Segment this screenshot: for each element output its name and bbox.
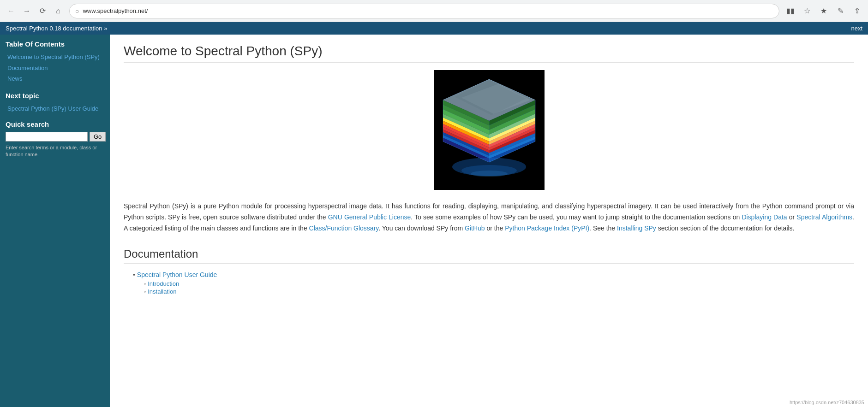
installing-spy-link[interactable]: Installing SPy xyxy=(617,224,656,232)
sidebar: Table Of Contents Welcome to Spectral Py… xyxy=(0,35,110,407)
search-section-title: Quick search xyxy=(4,120,106,128)
toc-title: Table Of Contents xyxy=(4,40,106,48)
glossary-link[interactable]: Class/Function Glossary xyxy=(309,224,379,232)
doc-sublist-item-intro: Introduction xyxy=(144,280,854,287)
next-label: next xyxy=(851,25,862,32)
status-hint: https://blog.csdn.net/z704630835 xyxy=(790,400,864,405)
site-title: Spectral Python 0.18 documentation » xyxy=(6,25,107,32)
content-area: Welcome to Spectral Python (SPy) xyxy=(110,35,868,407)
intro-paragraph: Spectral Python (SPy) is a pure Python m… xyxy=(124,201,854,234)
installation-link[interactable]: Installation xyxy=(148,288,176,295)
sidebar-link-welcome[interactable]: Welcome to Spectral Python (SPy) xyxy=(4,52,106,63)
doc-sublist-item-install: Installation xyxy=(144,288,854,295)
main-layout: Table Of Contents Welcome to Spectral Py… xyxy=(0,35,868,407)
reload-button[interactable]: ⟳ xyxy=(36,5,49,18)
forward-button[interactable]: → xyxy=(20,5,33,18)
pen-icon[interactable]: ✎ xyxy=(834,5,847,18)
tab-view-icon[interactable]: ▮▮ xyxy=(784,5,797,18)
svg-point-34 xyxy=(471,171,508,177)
home-button[interactable]: ⌂ xyxy=(52,5,65,18)
spectral-algorithms-link[interactable]: Spectral Algorithms xyxy=(796,213,852,221)
bookmark-star-icon[interactable]: ☆ xyxy=(801,5,814,18)
browser-chrome: ← → ⟳ ⌂ ○ ▮▮ ☆ ★ ✎ ⇪ xyxy=(0,0,868,22)
pypi-link[interactable]: Python Package Index (PyPI) xyxy=(505,224,589,232)
search-go-button[interactable]: Go xyxy=(90,132,106,142)
sidebar-next-link[interactable]: Spectral Python (SPy) User Guide xyxy=(4,103,106,114)
hero-image xyxy=(434,70,545,190)
sidebar-divider xyxy=(4,84,106,90)
page-title: Welcome to Spectral Python (SPy) xyxy=(124,44,854,63)
github-link[interactable]: GitHub xyxy=(465,224,485,232)
search-input[interactable] xyxy=(6,132,88,142)
share-icon[interactable]: ⇪ xyxy=(850,5,863,18)
sidebar-link-news[interactable]: News xyxy=(4,73,106,84)
back-button[interactable]: ← xyxy=(5,5,18,18)
introduction-link[interactable]: Introduction xyxy=(148,280,179,287)
doc-list: Spectral Python User Guide Introduction … xyxy=(124,271,854,295)
doc-list-item-userguide: Spectral Python User Guide Introduction … xyxy=(133,271,854,295)
displaying-data-link[interactable]: Displaying Data xyxy=(742,213,787,221)
nav-buttons: ← → ⟳ ⌂ xyxy=(5,5,65,18)
security-icon: ○ xyxy=(75,7,79,15)
page-wrapper: Spectral Python 0.18 documentation » nex… xyxy=(0,22,868,407)
doc-sublist: Introduction Installation xyxy=(133,280,854,295)
next-topic-title: Next topic xyxy=(4,92,106,100)
address-bar[interactable]: ○ xyxy=(69,4,779,18)
top-nav-bar: Spectral Python 0.18 documentation » nex… xyxy=(0,22,868,35)
user-guide-link[interactable]: Spectral Python User Guide xyxy=(137,271,217,278)
address-input[interactable] xyxy=(83,7,773,14)
hero-image-container xyxy=(124,70,854,190)
toolbar-icons: ▮▮ ☆ ★ ✎ ⇪ xyxy=(784,5,863,18)
search-hint: Enter search terms or a module, class or… xyxy=(4,144,106,159)
site-title-link[interactable]: Spectral Python 0.18 documentation » xyxy=(6,25,107,32)
doc-section-heading: Documentation xyxy=(124,243,854,264)
sidebar-link-documentation[interactable]: Documentation xyxy=(4,63,106,74)
gnu-gpl-link[interactable]: GNU General Public License xyxy=(328,213,411,221)
favorites-icon[interactable]: ★ xyxy=(817,5,830,18)
search-row: Go xyxy=(4,132,106,142)
